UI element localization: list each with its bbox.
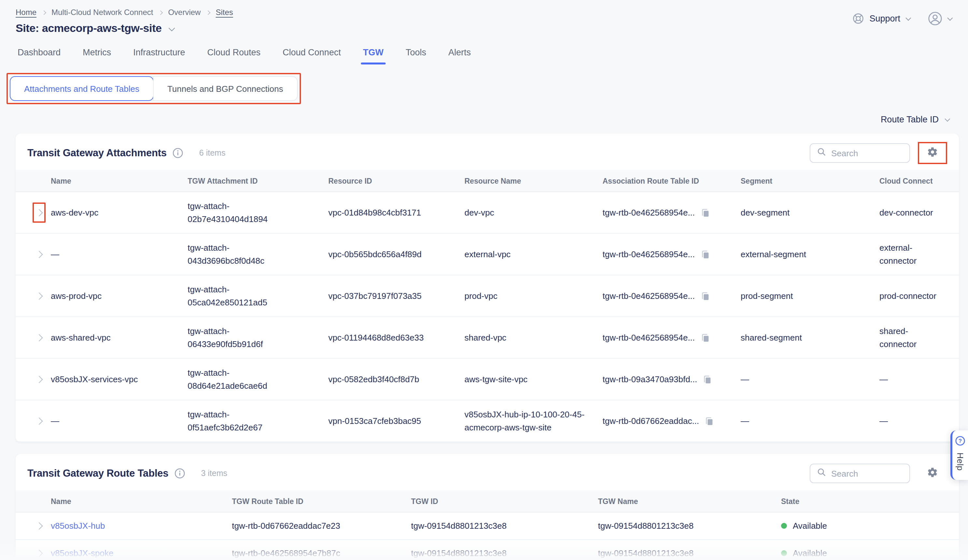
row-expand-button[interactable] <box>35 209 43 217</box>
support-menu[interactable]: Support <box>852 12 909 25</box>
copy-icon[interactable] <box>700 249 710 260</box>
breadcrumb-separator-icon <box>42 10 46 15</box>
row-expand-button[interactable] <box>35 418 43 425</box>
cell-tgw-route-table-id: tgw-rtb-0e462568954e7b87c <box>232 540 411 560</box>
cell-name: aws-shared-vpc <box>51 325 187 351</box>
breadcrumb-link[interactable]: Multi-Cloud Network Connect <box>51 8 153 17</box>
gear-icon <box>927 467 938 480</box>
cell-tgw-attachment-id: tgw-attach-06433e90fd5b91d6f <box>187 318 293 357</box>
copy-icon[interactable] <box>700 207 710 218</box>
topbar-right: Support <box>852 11 951 26</box>
status-label: Available <box>793 520 827 532</box>
row-expand-button[interactable] <box>35 376 43 383</box>
column-header-segment: Segment <box>741 177 879 185</box>
cell-resource-id: vpc-0582edb3f40cf8d7b <box>328 366 464 392</box>
tab-metrics[interactable]: Metrics <box>83 45 111 65</box>
tab-alerts[interactable]: Alerts <box>448 45 471 65</box>
table-row: v85osbJX-spoke tgw-rtb-0e462568954e7b87c… <box>16 540 959 560</box>
help-label: Help <box>955 452 965 471</box>
tab-cloud-routes[interactable]: Cloud Routes <box>207 45 260 65</box>
cell-cloud-connect: shared-connector <box>879 318 952 357</box>
table-row: aws-dev-vpc tgw-attach-02b7e4310404d1894… <box>16 192 959 234</box>
cell-segment: prod-segment <box>741 283 879 309</box>
route-table-name-link[interactable]: v85osbJX-spoke <box>51 540 232 560</box>
search-input[interactable] <box>831 148 903 158</box>
cell-tgw-route-table-id: tgw-rtb-0d67662eaddac7e23 <box>232 513 411 539</box>
search-icon <box>817 467 826 479</box>
cell-state: Available <box>781 540 952 560</box>
tab-dashboard[interactable]: Dashboard <box>18 45 61 65</box>
route-tables-settings-wrap <box>918 462 947 484</box>
route-tables-search <box>810 464 910 483</box>
cell-segment: — <box>741 408 879 434</box>
status-dot <box>781 523 787 529</box>
help-tab[interactable]: ? Help <box>950 431 968 480</box>
tab-cloud-connect[interactable]: Cloud Connect <box>283 45 341 65</box>
route-tables-settings-button[interactable] <box>927 467 938 480</box>
cell-name: aws-dev-vpc <box>51 200 187 225</box>
account-menu[interactable] <box>928 11 951 26</box>
breadcrumb: HomeMulti-Cloud Network ConnectOverviewS… <box>16 8 951 17</box>
annotation-box-settings <box>918 142 947 164</box>
cell-resource-id: vpc-037bc79197f073a35 <box>328 283 464 309</box>
column-header-tgw-id: TGW ID <box>411 497 598 505</box>
info-icon[interactable] <box>172 148 183 158</box>
route-tables-card-header: Transit Gateway Route Tables 3 items <box>16 454 959 490</box>
attachments-search <box>810 143 910 163</box>
chevron-right-icon <box>35 292 42 299</box>
route-table-id-filter[interactable]: Route Table ID <box>881 114 948 124</box>
cell-name: — <box>51 242 187 267</box>
tab-tools[interactable]: Tools <box>406 45 426 65</box>
copy-icon[interactable] <box>703 374 712 384</box>
table-row: aws-shared-vpc tgw-attach-06433e90fd5b91… <box>16 317 959 359</box>
route-table-name-link[interactable]: v85osbJX-hub <box>51 513 232 539</box>
topbar: HomeMulti-Cloud Network ConnectOverviewS… <box>0 0 968 35</box>
cell-resource-name: prod-vpc <box>464 283 603 309</box>
breadcrumb-link[interactable]: Sites <box>215 8 233 17</box>
cell-cloud-connect: — <box>879 408 952 434</box>
cell-tgw-id: tgw-09154d8801213c3e8 <box>411 540 598 560</box>
row-expand-button[interactable] <box>35 522 43 530</box>
support-label: Support <box>869 14 900 23</box>
attachments-settings-button[interactable] <box>927 146 938 159</box>
route-table-id-label: Route Table ID <box>881 114 939 124</box>
column-header-name: Name <box>51 177 187 185</box>
column-header-resource-name: Resource Name <box>464 177 603 185</box>
subtab-group: Attachments and Route TablesTunnels and … <box>10 76 297 101</box>
tab-infrastructure[interactable]: Infrastructure <box>133 45 185 65</box>
status-label: Available <box>793 547 827 560</box>
breadcrumb-link[interactable]: Overview <box>168 8 201 17</box>
row-expand-button[interactable] <box>35 550 43 557</box>
tab-bar: DashboardMetricsInfrastructureCloud Rout… <box>0 45 968 65</box>
copy-icon[interactable] <box>700 332 710 343</box>
search-input[interactable] <box>831 469 903 478</box>
gear-icon <box>927 146 938 159</box>
table-row: — tgw-attach-043d3696bc8f0d48c vpc-0b565… <box>16 234 959 275</box>
cell-tgw-attachment-id: tgw-attach-08d64e21ade6cae6d <box>187 360 293 399</box>
title-chevron-down-icon[interactable] <box>169 25 174 31</box>
copy-icon[interactable] <box>700 291 710 301</box>
breadcrumb-link[interactable]: Home <box>16 8 36 17</box>
row-expand-button[interactable] <box>35 334 43 341</box>
chevron-down-icon <box>945 116 950 121</box>
table-row: v85osbJX-services-vpc tgw-attach-08d64e2… <box>16 359 959 401</box>
route-tables-table-body: v85osbJX-hub tgw-rtb-0d67662eaddac7e23 t… <box>16 512 959 560</box>
subtab-tunnels-and-bgp-connections[interactable]: Tunnels and BGP Connections <box>153 77 297 100</box>
column-header-resource-id: Resource ID <box>328 177 464 185</box>
copy-icon[interactable] <box>704 416 714 426</box>
route-tables-table-header: NameTGW Route Table IDTGW IDTGW NameStat… <box>16 490 959 512</box>
cell-tgw-name: tgw-09154d8801213c3e8 <box>598 540 781 560</box>
subtab-attachments-and-route-tables[interactable]: Attachments and Route Tables <box>10 76 154 101</box>
row-expand-button[interactable] <box>35 292 43 300</box>
search-icon <box>817 147 826 159</box>
row-expand-button[interactable] <box>35 251 43 258</box>
help-icon: ? <box>955 436 965 449</box>
info-icon[interactable] <box>174 468 185 479</box>
chevron-right-icon <box>35 550 42 557</box>
cell-segment: dev-segment <box>741 200 879 225</box>
svg-text:?: ? <box>958 438 962 444</box>
cell-tgw-id: tgw-09154d8801213c3e8 <box>411 513 598 539</box>
tab-tgw[interactable]: TGW <box>363 45 383 65</box>
cell-association-route-table-id: tgw-rtb-0d67662eaddac... <box>603 408 741 434</box>
subtab-zone: Attachments and Route TablesTunnels and … <box>7 73 968 104</box>
